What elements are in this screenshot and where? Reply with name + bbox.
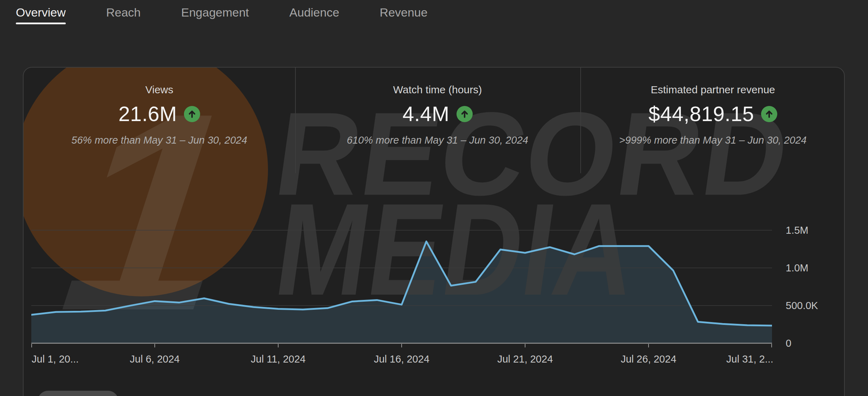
stat-divider xyxy=(295,68,296,173)
see-more-button[interactable] xyxy=(38,391,119,396)
stat-label: Watch time (hours) xyxy=(314,84,561,96)
overview-card: 1 RECORD MEDIA Views 21.6M 56% more than… xyxy=(23,67,845,396)
x-axis-tick-label: Jul 11, 2024 xyxy=(251,353,306,365)
stat-label: Estimated partner revenue xyxy=(590,84,836,96)
stat-value: 4.4M xyxy=(402,102,449,126)
tab-audience[interactable]: Audience xyxy=(289,0,339,25)
y-axis-tick-label: 500.0K xyxy=(786,300,818,312)
stat-card-revenue[interactable]: Estimated partner revenue $44,819.15 >99… xyxy=(590,68,836,146)
x-axis-tick-label: Jul 1, 20... xyxy=(32,353,79,365)
arrow-up-icon xyxy=(184,106,200,122)
y-axis-tick-label: 0 xyxy=(786,338,791,349)
tab-engagement[interactable]: Engagement xyxy=(181,0,249,25)
x-axis-tick-label: Jul 16, 2024 xyxy=(374,353,429,365)
stat-divider xyxy=(580,68,581,173)
analytics-tab-bar: Overview Reach Engagement Audience Reven… xyxy=(0,0,868,25)
stat-comparison: 610% more than May 31 – Jun 30, 2024 xyxy=(314,134,561,146)
stat-value: 21.6M xyxy=(119,102,177,126)
y-axis-tick-label: 1.0M xyxy=(786,262,808,274)
x-axis-tick-label: Jul 26, 2024 xyxy=(621,353,676,365)
x-axis-tick-label: Jul 6, 2024 xyxy=(130,353,180,365)
stat-label: Views xyxy=(36,84,282,96)
stat-comparison: 56% more than May 31 – Jun 30, 2024 xyxy=(36,134,282,146)
arrow-up-icon xyxy=(761,106,777,122)
tab-revenue[interactable]: Revenue xyxy=(380,0,428,25)
x-axis-tick-label: Jul 21, 2024 xyxy=(497,353,553,365)
stat-card-watch-time[interactable]: Watch time (hours) 4.4M 610% more than M… xyxy=(314,68,561,146)
stat-card-views[interactable]: Views 21.6M 56% more than May 31 – Jun 3… xyxy=(36,68,282,146)
views-line-chart[interactable] xyxy=(31,212,772,347)
analytics-page: Overview Reach Engagement Audience Reven… xyxy=(0,0,868,396)
stat-comparison: >999% more than May 31 – Jun 30, 2024 xyxy=(590,134,836,146)
y-axis-tick-label: 1.5M xyxy=(786,225,808,236)
tab-overview[interactable]: Overview xyxy=(16,0,66,25)
arrow-up-icon xyxy=(457,106,473,122)
stat-value: $44,819.15 xyxy=(649,102,754,126)
x-axis-tick-label: Jul 31, 2... xyxy=(726,353,773,365)
tab-reach[interactable]: Reach xyxy=(106,0,141,25)
